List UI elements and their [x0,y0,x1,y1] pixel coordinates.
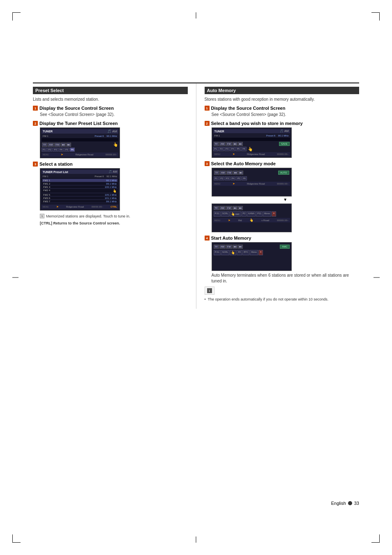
am-p5: P5 [235,147,241,151]
pr-freq-1: 99.1 MHz [106,183,117,185]
p4-btn: P4 [58,148,64,152]
tip-icon: i [207,288,212,293]
step-3-number: 3 [33,162,38,166]
am-p6: P6 [241,147,247,151]
am-s3-menu: MENU [214,183,221,185]
menu-label: MENU [43,153,49,156]
pr-label-2: FM1 3 [43,186,50,188]
pr-label-5: FM3 6 [43,197,50,199]
am-s4-kana: BTC [242,250,249,255]
am-s3b-touch: 👆 [249,218,254,222]
tuner-freq-row: FM 1 Preset 6 90.1 MHz [42,134,118,138]
page-num: 33 [354,501,359,506]
am-s3-p2: P2 [219,176,224,180]
am-fm-label: FM 1 [214,134,220,137]
am-s3-freq: 99999.99~ [277,183,289,185]
am-step-3-title: Select the Auto Memory mode [211,161,276,166]
tip-box: i [205,287,214,295]
am-step-4-number: 4 [205,236,210,240]
preset-row-5: FM3 6 101.1 MHz [42,197,118,200]
am-s3b-seek2: ⏭ [238,206,243,210]
am-s4-ps1: P.S1 [214,250,221,255]
am-s3b-kana: KANA [247,211,256,217]
preset-step-2-title: Display the Tuner Preset List Screen [39,121,118,126]
auto-memory-header: Auto Memory [205,87,360,94]
note-text-1: Memorized stations are displayed. Touch … [46,214,130,219]
am-p2: P2 [219,147,224,151]
am-s3-p6: P6 [242,176,247,180]
am-s3-p3: P3 [225,176,230,180]
pr-freq-0: 90.1 MHz [106,179,117,182]
am-s4-fm: FM [226,245,232,249]
am-step-3-number: 3 [205,161,210,166]
am-nav-icon: ➤ [233,153,235,156]
am-s3b-mono: Mono [263,211,271,217]
pr-label-0: FM1 1 [43,179,50,182]
tip-note: The operation ends automatically if you … [205,297,360,302]
am-mode-row1: TF AM FM ⏮ ⏭ AUTO [213,170,290,176]
reg-mark-right [374,278,380,278]
am-controls-row: TF AM FM ⏮ ⏭ SAVE [213,141,290,146]
am-s3-seek2: ⏭ [238,171,243,175]
tuner-tf-btn: TF [42,143,47,147]
preset-step-2-header: 2 Display the Tuner Preset List Screen [33,121,188,126]
crop-mark-br [371,534,380,543]
am-s4-scrl: SCRL [221,250,230,255]
preset-select-intro: Lists and selects memorized station. [33,97,188,102]
preset-list-title: TUNER Preset List [43,171,68,173]
am-mode-screen-1: TF AM FM ⏮ ⏭ AUTO P1 P2 P3 P4 P5 P6 [212,168,292,197]
pr-label-3: FM2 4 [43,189,50,193]
am-step-1-title: Display the Source Control Screen [211,106,286,111]
pl-ctrl: CTRL [111,206,117,208]
nav-icon: ➤ [61,153,63,156]
am-s3b-p11: P11 [256,211,263,217]
preset-step-3-title: Select a station [39,162,73,166]
am-am-btn: AM [219,142,226,146]
am-s4-mono: Mono [250,250,258,255]
am-step-4-header: 4 Start Auto Memory [205,236,360,240]
crop-mark-tr [371,12,380,21]
preset-select-column: Preset Select Lists and selects memorize… [33,83,196,309]
step-2-number: 2 [33,121,38,126]
am-step-3: 3 Select the Auto Memory mode TF AM FM ⏮… [205,161,360,232]
am-s3b-road2: v Road [261,219,269,222]
am-step-2: 2 Select a band you wish to store in mem… [205,121,360,158]
am-step-1: 1 Display the Source Control Screen See … [205,106,360,118]
preset-list-bottom: MENU ➤ Ridgeview Road 99999.99~ CTRL [42,205,118,209]
am-road: Ridgeview Road [247,153,265,155]
am-s3b-freq: 99999.99~ [277,219,289,222]
am-s4-p2: P2 [237,250,242,255]
reg-mark-top [196,12,196,18]
crop-mark-bl [12,534,21,543]
am-step-2-header: 2 Select a band you wish to store in mem… [205,121,360,126]
am-s3-fm: FM [226,171,233,175]
am-s3b-p2: P2 [242,211,247,217]
am-step-4: 4 Start Auto Memory TF AM FM ⏮ ⏭ AMC P.S… [205,236,360,302]
pl-freq: 99999.99~ [91,206,103,208]
page-number-area: English 33 [331,501,359,506]
p3-btn: P3 [53,148,58,152]
pr-freq-4: 105.1 MHz [105,194,117,196]
pr-touch-3: 👆 [113,189,117,193]
am-s3b-am: AM [219,206,226,210]
ctrl-note: [CTRL] Returns to the Source Control scr… [40,221,188,226]
am-s3b-nav: ➤ [228,219,231,222]
am-step-4-note: Auto Memory terminates when 6 stations a… [212,273,360,284]
preset-row-2: FM1 3 100.1 MHz [42,185,118,189]
p2-btn: P2 [47,148,53,152]
tuner-am-btn: AM [48,143,54,147]
am-s3-road: Ridgeview Road [247,183,265,185]
am-s4-tf: TF [214,245,219,249]
tuner-top-bar: TUNER 🎵 AM [42,129,118,134]
p6-btn: P6 [70,148,75,152]
am-s4-x: ✕ [258,250,263,255]
road-name: Ridgeview Road [75,153,93,156]
am-start-screen: TF AM FM ⏮ ⏭ AMC P.S1 SCRL 👆 P2 [212,242,292,271]
am-menu: MENU [214,153,221,155]
preset-step-1-desc: See <Source Control Screen> (page 32). [40,112,188,118]
auto-memory-intro: Stores stations with good reception in m… [205,97,360,102]
am-s4-amc: 👆 [230,250,236,255]
am-save-btn: SAVE [279,142,290,146]
bottom-freq: 99999.99~ [105,153,117,156]
preset-step-3: 3 Select a station TUNER Preset List 🎵 A… [33,162,188,210]
